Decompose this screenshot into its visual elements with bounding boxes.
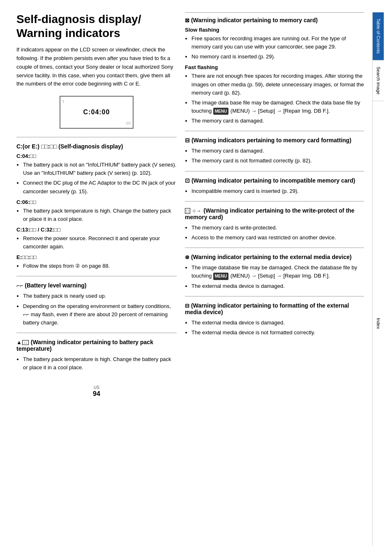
list-item: Follow the steps from ② on page 88. — [23, 262, 177, 270]
right-sidebar: Table of Contents Search image Index — [372, 12, 384, 546]
lines-decoration: / / / / — [126, 121, 130, 125]
external-format-icon: ⊟ — [185, 303, 189, 309]
page-wrapper: Self-diagnosis display/Warning indicator… — [0, 0, 392, 558]
memory-card-format-list: The memory card is damaged. The memory c… — [191, 147, 364, 165]
battery-warning-title: ⌐⌐ (Battery level warning) — [16, 282, 177, 289]
battery-warning-list: The battery pack is nearly used up. Depe… — [23, 292, 177, 327]
self-diagnosis-title: C:(or E:) □□:□□ (Self-diagnosis display) — [16, 143, 177, 150]
list-item: The memory card is damaged. — [191, 117, 364, 125]
c13-list: Remove the power source. Reconnect it an… — [23, 234, 177, 251]
divider-5 — [185, 171, 364, 171]
external-media-format-list: The external media device is damaged. Th… — [191, 319, 364, 337]
corner-marks-decoration: ┐ — [62, 98, 65, 103]
list-item: The image database file may be damaged. … — [191, 264, 364, 280]
external-media-title: ⊛ (Warning indicator pertaining to the e… — [185, 254, 364, 260]
c13-label: C:13:□□ / C:32:□□ — [16, 227, 177, 233]
divider-3 — [16, 333, 177, 333]
slow-flashing-list: Free spaces for recording images are run… — [191, 35, 364, 61]
list-item: No memory card is inserted (p. 29). — [191, 53, 364, 61]
battery-temp-icon: ▲ — [16, 339, 22, 345]
memory-card-format-title: ⊟ (Warning indicators pertaining to memo… — [185, 137, 364, 144]
c06-list: The battery pack temperature is high. Ch… — [23, 207, 177, 223]
incompatible-icon: ⊡ — [185, 177, 190, 184]
memory-format-icon: ⊟ — [185, 137, 190, 144]
incompatible-memory-section: ⊡ (Warning indicator pertaining to incom… — [185, 177, 364, 195]
divider-6 — [185, 201, 364, 201]
external-media-format-section: ⊟ (Warning indicator pertaining to forma… — [185, 302, 364, 337]
external-media-icon: ⊛ — [185, 254, 189, 260]
sidebar-tab-search-image[interactable]: Search image — [373, 60, 384, 101]
list-item: The external media device is not formatt… — [191, 329, 364, 337]
write-protect-list: The memory card is write-protected. Acce… — [191, 224, 364, 242]
page-number: 94 — [16, 390, 177, 398]
divider-top — [185, 12, 364, 13]
list-item: The memory card is damaged. — [191, 147, 364, 155]
write-protect-title: □ ○→ (Warning indicator pertaining to th… — [185, 207, 364, 220]
list-item: The memory card is not formatted correct… — [191, 157, 364, 165]
intro-paragraph: If indicators appear on the LCD screen o… — [16, 46, 177, 88]
list-item: Connect the DC plug of the AC Adaptor to… — [23, 179, 177, 195]
divider-1 — [16, 137, 177, 137]
list-item: The memory card is write-protected. — [191, 224, 364, 232]
e-list: Follow the steps from ② on page 88. — [23, 262, 177, 270]
fast-flashing-label: Fast flashing — [185, 64, 364, 70]
list-item: Free spaces for recording images are run… — [191, 35, 364, 51]
list-item: There are not enough free spaces for rec… — [191, 72, 364, 97]
fast-flashing-list: There are not enough free spaces for rec… — [191, 72, 364, 125]
region-label: US — [94, 385, 99, 390]
list-item: The battery pack is nearly used up. — [23, 292, 177, 300]
c04-list: The battery pack is not an "InfoLITHIUM"… — [23, 161, 177, 196]
page-title: Self-diagnosis display/Warning indicator… — [16, 12, 177, 40]
error-code-display: C:04:00 — [83, 109, 110, 116]
e-label: E:□□:□□ — [16, 254, 177, 260]
sidebar-tab-index[interactable]: Index — [373, 101, 384, 546]
memory-card-icon: ⊠ — [185, 17, 189, 23]
list-item: The battery pack is not an "InfoLITHIUM"… — [23, 161, 177, 177]
list-item: The external media device is damaged. — [191, 319, 364, 327]
main-content: Self-diagnosis display/Warning indicator… — [0, 0, 392, 558]
write-protect-icon: □ — [185, 208, 190, 214]
slow-flashing-label: Slow flashing — [185, 27, 364, 33]
write-protect-section: □ ○→ (Warning indicator pertaining to th… — [185, 207, 364, 242]
battery-temp-title: ▲□ (Warning indicator pertaining to batt… — [16, 339, 177, 352]
battery-temp-section: ▲□ (Warning indicator pertaining to batt… — [16, 339, 177, 372]
list-item: The image data base file may be damaged.… — [191, 99, 364, 115]
list-item: Remove the power source. Reconnect it an… — [23, 234, 177, 251]
menu-button-label-2: MENU — [213, 273, 228, 280]
menu-button-label: MENU — [213, 108, 228, 115]
incompatible-memory-title: ⊡ (Warning indicator pertaining to incom… — [185, 177, 364, 184]
list-item: The battery pack temperature is high. Ch… — [23, 207, 177, 223]
divider-8 — [185, 296, 364, 296]
list-item: Depending on the operating environment o… — [23, 302, 177, 327]
divider-4 — [185, 131, 364, 131]
external-media-section: ⊛ (Warning indicator pertaining to the e… — [185, 254, 364, 290]
memory-card-warning-section: ⊠ (Warning indicator pertaining to memor… — [185, 17, 364, 125]
divider-2 — [16, 276, 177, 276]
list-item: The external media device is damaged. — [191, 282, 364, 290]
incompatible-memory-list: Incompatible memory card is inserted (p.… — [191, 187, 364, 195]
memory-card-warning-title: ⊠ (Warning indicator pertaining to memor… — [185, 17, 364, 23]
sidebar-tab-table-of-contents[interactable]: Table of Contents — [373, 12, 384, 60]
external-media-format-title: ⊟ (Warning indicator pertaining to forma… — [185, 302, 364, 315]
battery-icon-box: □ — [22, 340, 29, 345]
list-item: Incompatible memory card is inserted (p.… — [191, 187, 364, 195]
battery-temp-list: The battery pack temperature is high. Ch… — [23, 355, 177, 372]
left-column: Self-diagnosis display/Warning indicator… — [16, 12, 177, 546]
memory-card-format-section: ⊟ (Warning indicators pertaining to memo… — [185, 137, 364, 165]
divider-7 — [185, 248, 364, 248]
list-item: The battery pack temperature is high. Ch… — [23, 355, 177, 372]
c04-label: C:04:□□ — [16, 153, 177, 159]
c06-label: C:06:□□ — [16, 199, 177, 205]
page-footer: US 94 — [16, 384, 177, 398]
lock-icon: ○→ — [193, 208, 201, 214]
code-display-box: ┐ C:04:00 / / / / — [60, 96, 134, 129]
right-column: ⊠ (Warning indicator pertaining to memor… — [185, 12, 364, 546]
external-media-list: The image database file may be damaged. … — [191, 264, 364, 290]
list-item: Access to the memory card was restricted… — [191, 234, 364, 242]
